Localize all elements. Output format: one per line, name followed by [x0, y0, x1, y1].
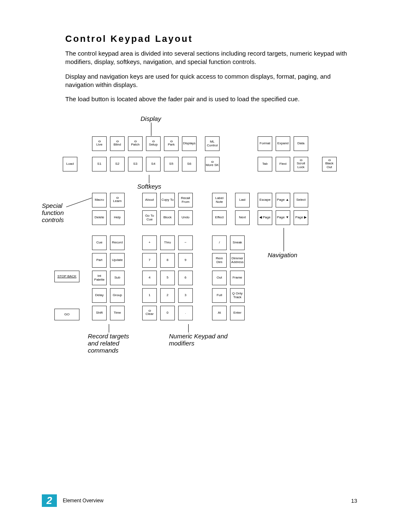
key-enter: Enter	[230, 306, 245, 320]
key-qonlytrack: Q Only Track	[230, 288, 245, 303]
key-block: Block	[160, 210, 175, 225]
paragraph-1: The control keypad area is divided into …	[65, 49, 357, 66]
key-dot: .	[178, 306, 193, 320]
lamp-icon	[98, 141, 101, 142]
key-load: Load	[63, 157, 77, 171]
key-dimmeraddress: Dimmer Address	[230, 253, 245, 268]
key-minus: −	[178, 235, 193, 250]
key-out: Out	[212, 271, 227, 285]
key-group: Group	[110, 288, 125, 303]
key-s2: S2	[110, 157, 125, 171]
key-undo: Undo	[178, 210, 193, 225]
key-sub: Sub	[110, 271, 125, 285]
lamp-icon	[211, 161, 214, 163]
key-live: Live	[92, 136, 107, 151]
key-plus: +	[142, 235, 157, 250]
key-next: Next	[235, 210, 250, 225]
key-escape: Escape	[258, 193, 272, 207]
callout-navigation: Navigation	[268, 251, 297, 258]
keypad-diagram: Display Softkeys Special function contro…	[42, 115, 357, 362]
key-sneak: Sneak	[230, 235, 245, 250]
key-format: Format	[258, 136, 272, 151]
key-clear: Clear	[142, 306, 157, 320]
key-shift: Shift	[92, 306, 107, 320]
key-record: Record	[110, 235, 125, 250]
key-intpalette: Int Palette	[92, 271, 107, 285]
key-8: 8	[160, 253, 175, 268]
key-pageup: Page ▲	[276, 193, 290, 207]
key-s4: S4	[146, 157, 161, 171]
key-expand: Expand	[276, 136, 290, 151]
key-help: Help	[110, 210, 125, 225]
key-learn: Learn	[110, 193, 125, 207]
key-blackout: Black Out	[322, 157, 337, 171]
key-9: 9	[178, 253, 193, 268]
key-recallfrom: Recall From	[178, 193, 193, 207]
key-select: Select	[294, 193, 308, 207]
key-5: 5	[160, 271, 175, 285]
key-part: Part	[92, 253, 107, 268]
key-0: 0	[160, 306, 175, 320]
key-moresk: More SK	[205, 157, 220, 171]
key-setup: Setup	[146, 136, 161, 151]
page-title: Control Keypad Layout	[65, 33, 357, 44]
key-at: At	[212, 306, 227, 320]
key-delete: Delete	[92, 210, 107, 225]
key-time: Time	[110, 306, 125, 320]
paragraph-3: The load button is located above the fad…	[65, 95, 357, 103]
key-labelnote: Label Note	[212, 193, 227, 207]
key-s6: S6	[182, 157, 197, 171]
key-2: 2	[160, 288, 175, 303]
key-tab: Tab	[258, 157, 272, 171]
key-pageright: Page ▶	[294, 210, 308, 225]
leader-line-special	[66, 198, 92, 207]
callout-display: Display	[141, 115, 161, 122]
key-delay: Delay	[92, 288, 107, 303]
key-pagedown: Page ▼	[276, 210, 290, 225]
callout-numeric: Numeric Keypad and modifiers	[169, 332, 236, 347]
key-update: Update	[110, 253, 125, 268]
key-slash: /	[212, 235, 227, 250]
lamp-icon	[170, 141, 173, 142]
key-gotocue: Go To Cue	[142, 210, 157, 225]
key-4: 4	[142, 271, 157, 285]
key-6: 6	[178, 271, 193, 285]
key-about: About	[142, 193, 157, 207]
key-displays: Displays	[182, 136, 197, 151]
key-3: 3	[178, 288, 193, 303]
lamp-icon	[148, 310, 151, 312]
lamp-icon	[134, 141, 137, 142]
lamp-icon	[300, 159, 302, 161]
key-mlcontrol: ML Control	[205, 136, 220, 151]
key-1: 1	[142, 288, 157, 303]
key-s5: S5	[164, 157, 179, 171]
lamp-icon	[328, 159, 331, 161]
svg-line-0	[66, 198, 92, 207]
key-patch: Patch	[128, 136, 143, 151]
chapter-badge: 2	[42, 494, 57, 507]
key-7: 7	[142, 253, 157, 268]
key-stopback: STOP BACK	[54, 271, 79, 282]
key-full: Full	[212, 288, 227, 303]
key-macro: Macro	[92, 193, 107, 207]
key-remdim: Rem Dim	[212, 253, 227, 268]
key-data: Data	[294, 136, 308, 151]
key-frame: Frame	[230, 271, 245, 285]
page-number: 13	[351, 498, 357, 504]
section-name: Element Overview	[63, 498, 103, 504]
key-s3: S3	[128, 157, 143, 171]
callout-softkeys: Softkeys	[137, 183, 161, 190]
key-scrolllock: Scroll Lock	[294, 157, 308, 171]
key-last: Last	[235, 193, 250, 207]
key-blind: Blind	[110, 136, 125, 151]
lamp-icon	[116, 141, 119, 142]
key-pageleft: ◀ Page	[258, 210, 272, 225]
key-thru: Thru	[160, 235, 175, 250]
page-footer: 2 Element Overview 13	[42, 494, 357, 507]
key-flexi: Flexi	[276, 157, 290, 171]
key-copyto: Copy To	[160, 193, 175, 207]
key-s1: S1	[92, 157, 107, 171]
callout-record: Record targets and related commands	[88, 332, 138, 354]
paragraph-2: Display and navigation keys are used for…	[65, 72, 357, 90]
key-go: GO	[54, 309, 79, 320]
